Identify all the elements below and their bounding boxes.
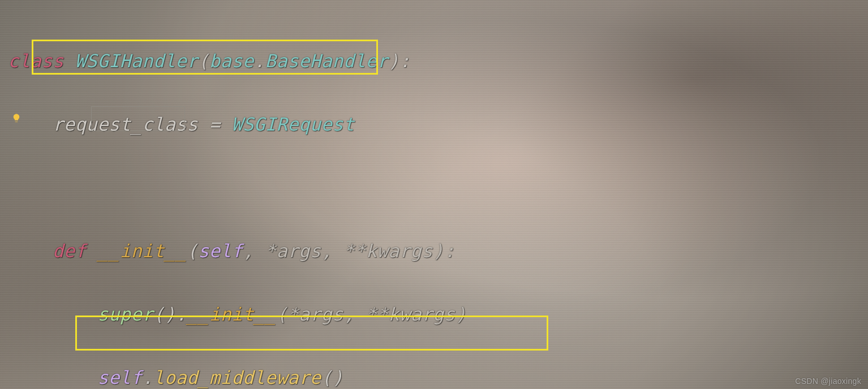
- class-name: WSGIHandler: [75, 50, 198, 72]
- intention-bulb-icon[interactable]: [11, 113, 22, 123]
- method-init: __init__: [97, 240, 187, 262]
- keyword-class: class: [8, 50, 75, 72]
- watermark: CSDN @jiaoxingk: [795, 377, 861, 386]
- keyword-def: def: [53, 240, 97, 262]
- call-load-middleware: load_middleware: [153, 367, 321, 388]
- attr-request-class: request_class: [53, 114, 198, 135]
- builtin-super: super: [97, 304, 153, 325]
- code-block[interactable]: class WSGIHandler(base.BaseHandler): req…: [0, 0, 868, 389]
- code-editor[interactable]: class WSGIHandler(base.BaseHandler): req…: [0, 0, 868, 389]
